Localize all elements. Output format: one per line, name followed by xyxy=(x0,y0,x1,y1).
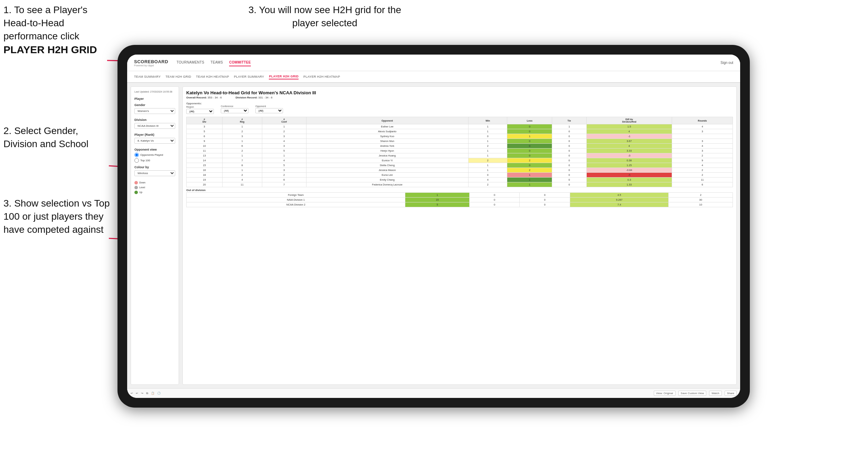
cell-reg: 1 xyxy=(222,124,262,129)
cell-div: 11 xyxy=(187,149,223,153)
sub-nav-team-summary[interactable]: TEAM SUMMARY xyxy=(134,74,161,79)
share-btn[interactable]: Share xyxy=(725,391,737,396)
cell-tie: 0 xyxy=(552,134,587,139)
colour-by-label: Colour by xyxy=(134,165,175,169)
toolbar-fwd[interactable]: ↪ xyxy=(141,392,143,395)
cell-rounds: 3 xyxy=(672,139,733,144)
nav-teams[interactable]: TEAMS xyxy=(210,59,223,66)
legend-level: Level xyxy=(134,186,175,189)
nav-tournaments[interactable]: TOURNAMENTS xyxy=(177,59,204,66)
cell-tie: 0 xyxy=(552,149,587,153)
sub-nav-player-h2h-grid[interactable]: PLAYER H2H GRID xyxy=(269,74,299,79)
cell-conf: 3 xyxy=(262,144,306,149)
cell-conf: 7 xyxy=(262,182,306,187)
cell-conf: 3 xyxy=(262,134,306,139)
out-of-division-label: Out of division xyxy=(186,187,733,192)
cell-opponent: Federica Domecq Lacroze xyxy=(306,182,468,187)
view-original-btn[interactable]: View: Original xyxy=(654,391,676,396)
watch-btn[interactable]: Watch xyxy=(709,391,721,396)
cell-reg: 2 xyxy=(222,129,262,134)
ood-table-row: Foreign Team 1 0 0 4.5 2 xyxy=(187,193,733,198)
ood-diff: 7.4 xyxy=(570,202,669,207)
cell-rounds: 4 xyxy=(672,124,733,129)
cell-diff: -3 xyxy=(586,153,672,158)
cell-div: 19 xyxy=(187,178,223,182)
toolbar-paste[interactable]: 📋 xyxy=(151,392,154,395)
toolbar-redo[interactable]: ↩ xyxy=(136,392,138,395)
cell-diff: 0.3 xyxy=(586,178,672,182)
toolbar-clock[interactable]: 🕐 xyxy=(157,392,161,395)
ood-win: 5 xyxy=(405,202,470,207)
table-row: 14 7 4 Eunice Yi 2 2 0 0.38 9 xyxy=(187,158,733,163)
cell-rounds: 2 xyxy=(672,153,733,158)
cell-loss: 2 xyxy=(507,168,552,173)
cell-diff: 4 xyxy=(586,129,672,134)
col-rounds: Rounds xyxy=(672,117,733,124)
cell-opponent: Andrea York xyxy=(306,144,468,149)
cell-tie: 0 xyxy=(552,129,587,134)
colour-by-select[interactable]: Win/loss xyxy=(134,170,175,176)
cell-tie: 1 xyxy=(552,124,587,129)
cell-div: 9 xyxy=(187,139,223,144)
radio-opponents-played[interactable]: Opponents Played xyxy=(134,153,175,157)
ood-name: Foreign Team xyxy=(187,193,405,198)
cell-loss: 0 xyxy=(507,144,552,149)
logo-subtitle: Powered by clippd xyxy=(134,64,168,67)
cell-rounds: 2 xyxy=(672,173,733,178)
region-filter-select[interactable]: (All) xyxy=(186,109,214,114)
sub-nav-player-summary[interactable]: PLAYER SUMMARY xyxy=(234,74,264,79)
sign-out-link[interactable]: Sign out xyxy=(720,61,733,65)
cell-rounds: 11 xyxy=(672,178,733,182)
cell-diff: -1 xyxy=(586,134,672,139)
cell-tie: 0 xyxy=(552,153,587,158)
table-row: 11 2 5 Heejo Hyun 1 0 0 3.33 3 xyxy=(187,149,733,153)
filter-conference: x Conference (All) xyxy=(221,102,248,113)
step3-bottom-text: 3. Show selection vs Top 100 or just pla… xyxy=(3,197,111,236)
toolbar-undo[interactable]: ↩ xyxy=(131,392,133,395)
conference-filter-select[interactable]: (All) xyxy=(221,108,248,113)
cell-diff: -5 xyxy=(586,173,672,178)
cell-diff: 4 xyxy=(586,144,672,149)
gender-select[interactable]: Women's xyxy=(134,108,175,114)
legend-up: Up xyxy=(134,191,175,194)
opponent-filter-label: Opponent xyxy=(255,105,283,107)
table-row: 16 1 3 Jessica Mason 1 2 0 -0.84 2 xyxy=(187,168,733,173)
radio-top100[interactable]: Top 100 xyxy=(134,158,175,163)
legend-area: Down Level Up xyxy=(134,181,175,194)
cell-win: 4 xyxy=(468,178,507,182)
sub-nav-player-h2h-heatmap[interactable]: PLAYER H2H HEATMAP xyxy=(303,74,340,79)
division-select[interactable]: NCAA Division III xyxy=(134,123,175,129)
overall-record: Overall Record: 353 - 34 - 6 xyxy=(186,96,222,99)
conference-filter-label: Conference xyxy=(221,105,248,107)
cell-div: 14 xyxy=(187,158,223,163)
ood-loss: 0 xyxy=(469,198,520,202)
cell-loss: 1 xyxy=(507,173,552,178)
table-row: 9 1 4 Sharon Mun 1 0 0 3.67 3 xyxy=(187,139,733,144)
opponent-filter-select[interactable]: (All) xyxy=(255,108,283,113)
ood-tie: 0 xyxy=(520,193,570,198)
cell-win: 0 xyxy=(468,134,507,139)
step3-top-text: 3. You will now see H2H grid for the pla… xyxy=(242,3,408,30)
sub-nav-team-h2h-heatmap[interactable]: TEAM H2H HEATMAP xyxy=(196,74,229,79)
sub-nav-team-h2h-grid[interactable]: TEAM H2H GRID xyxy=(166,74,191,79)
toolbar-copy[interactable]: ⧉ xyxy=(146,392,148,395)
cell-div: 20 xyxy=(187,182,223,187)
filter-section: Opponents: Region (All) x Conference (Al… xyxy=(186,102,733,114)
table-row: 19 4 6 Emily Chang 4 1 0 0.3 11 xyxy=(187,178,733,182)
gender-label: Gender xyxy=(134,103,175,107)
sub-nav: TEAM SUMMARY TEAM H2H GRID TEAM H2H HEAT… xyxy=(127,71,740,83)
nav-committee[interactable]: COMMITTEE xyxy=(229,59,251,66)
timestamp: Last Updated: 27/03/2024 16:55:38 xyxy=(134,90,175,94)
cell-conf: 4 xyxy=(262,139,306,144)
cell-tie: 0 xyxy=(552,144,587,149)
cell-opponent: Jessica Huang xyxy=(306,153,468,158)
main-content: Last Updated: 27/03/2024 16:55:38 Player… xyxy=(127,83,740,388)
player-section-title: Player xyxy=(134,97,175,101)
out-of-division-table: Foreign Team 1 0 0 4.5 2 NAIA Division 1… xyxy=(186,192,733,207)
player-rank-select[interactable]: 8. Katelyn Vo xyxy=(134,138,175,144)
legend-down-dot xyxy=(134,181,138,184)
cell-rounds: 3 xyxy=(672,129,733,134)
cell-win: 1 xyxy=(468,129,507,134)
cell-tie: 0 xyxy=(552,173,587,178)
save-custom-view-btn[interactable]: Save Custom View xyxy=(678,391,706,396)
